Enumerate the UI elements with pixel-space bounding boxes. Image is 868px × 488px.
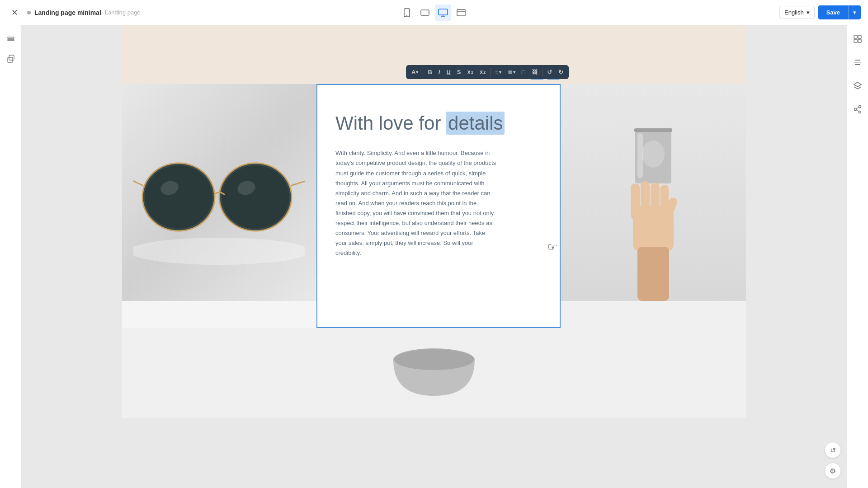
align-btn[interactable]: ≡▾ (492, 67, 504, 77)
svg-rect-8 (8, 39, 14, 41)
svg-rect-37 (858, 39, 861, 42)
svg-point-1 (406, 15, 407, 16)
text-element[interactable]: A▾ B I U S X2 X2 ≡▾ ≣▾ (316, 84, 561, 328)
share-panel-icon[interactable] (849, 101, 866, 117)
svg-point-3 (428, 12, 429, 13)
strikethrough-btn[interactable]: S (454, 67, 464, 77)
design-panel-icon[interactable] (849, 54, 866, 70)
chevron-down-icon: ▾ (807, 9, 810, 16)
sunglasses-image (122, 84, 316, 301)
cup-image (561, 84, 746, 301)
right-sidebar (846, 25, 868, 488)
layers-panel-icon[interactable] (849, 78, 866, 94)
svg-point-15 (222, 165, 289, 229)
svg-rect-26 (631, 183, 640, 220)
font-size-btn[interactable]: A▾ (409, 67, 421, 77)
save-button[interactable]: Save (818, 5, 848, 19)
top-right-actions: English ▾ Save ▾ (779, 5, 861, 19)
superscript-btn[interactable]: X2 (465, 68, 476, 77)
fullscreen-device-btn[interactable] (453, 5, 469, 21)
list-btn[interactable]: ≣▾ (505, 67, 518, 77)
svg-line-41 (856, 107, 859, 109)
main-heading: With love for details (335, 112, 542, 135)
svg-point-33 (394, 349, 474, 370)
close-button[interactable]: ✕ (7, 5, 22, 20)
layers-icon[interactable] (3, 31, 19, 47)
subscript-btn[interactable]: X2 (477, 68, 488, 77)
svg-rect-7 (8, 37, 14, 38)
page-wrapper: A▾ B I U S X2 X2 ≡▾ ≣▾ (122, 25, 746, 418)
sunglasses-svg (133, 116, 305, 269)
svg-line-42 (856, 110, 859, 112)
italic-btn[interactable]: I (436, 67, 443, 77)
svg-rect-36 (854, 39, 857, 42)
page-status-dot (27, 11, 31, 14)
heading-text: With love for (335, 113, 446, 134)
left-sidebar (0, 25, 22, 488)
undo-btn[interactable]: ↺ (544, 67, 555, 77)
link-btn[interactable]: ⛓ (529, 67, 540, 77)
main-area: A▾ B I U S X2 X2 ≡▾ ≣▾ (0, 25, 868, 488)
left-image-column (122, 84, 316, 328)
language-label: English (784, 9, 804, 16)
text-toolbar: A▾ B I U S X2 X2 ≡▾ ≣▾ (406, 65, 569, 79)
svg-point-11 (133, 238, 305, 265)
top-bar: ✕ Landing page minimal Landing page Engl… (0, 0, 868, 25)
box-btn[interactable]: □ (519, 67, 528, 77)
body-paragraph: With clarity. Simplicity. And even a lit… (335, 148, 498, 258)
svg-rect-34 (854, 35, 857, 38)
svg-rect-21 (634, 128, 672, 132)
right-image-column (561, 84, 746, 328)
svg-rect-4 (439, 9, 448, 15)
redo-btn[interactable]: ↻ (556, 67, 566, 77)
text-content: With love for details With clarity. Simp… (317, 85, 560, 276)
desktop-device-btn[interactable] (435, 5, 451, 21)
duplicate-icon[interactable] (3, 51, 19, 67)
canvas-area[interactable]: A▾ B I U S X2 X2 ≡▾ ≣▾ (22, 25, 846, 488)
page-title-area: Landing page minimal Landing page (27, 9, 141, 16)
save-dropdown-button[interactable]: ▾ (848, 5, 861, 19)
svg-rect-28 (651, 183, 660, 220)
save-button-group: Save ▾ (818, 5, 861, 19)
cup-svg (585, 93, 721, 301)
tablet-device-btn[interactable] (417, 5, 433, 21)
svg-point-13 (145, 165, 212, 229)
element-panel-icon[interactable] (849, 31, 866, 47)
svg-point-40 (854, 108, 856, 111)
bowl-svg (389, 346, 479, 400)
svg-line-17 (291, 179, 305, 186)
floating-controls: ↺ ⚙ (825, 442, 841, 479)
device-switcher (399, 5, 469, 21)
svg-rect-31 (637, 247, 669, 301)
svg-line-16 (133, 179, 143, 186)
heading-highlight: details (446, 112, 505, 135)
divider2 (490, 68, 491, 77)
svg-point-22 (642, 141, 665, 168)
page-type: Landing page (105, 9, 141, 16)
language-dropdown[interactable]: English ▾ (779, 6, 815, 19)
undo-float-btn[interactable]: ↺ (825, 442, 841, 458)
underline-btn[interactable]: U (443, 67, 453, 77)
divider3 (542, 68, 542, 77)
content-section: A▾ B I U S X2 X2 ≡▾ ≣▾ (122, 84, 746, 328)
svg-rect-27 (641, 181, 650, 220)
settings-float-btn[interactable]: ⚙ (825, 463, 841, 479)
svg-rect-35 (858, 35, 861, 38)
bold-btn[interactable]: B (425, 67, 434, 77)
divider (423, 68, 423, 77)
bottom-section (122, 328, 746, 418)
mobile-device-btn[interactable] (399, 5, 415, 21)
svg-rect-23 (637, 133, 643, 178)
svg-rect-5 (457, 9, 465, 16)
page-name: Landing page minimal (34, 9, 101, 16)
